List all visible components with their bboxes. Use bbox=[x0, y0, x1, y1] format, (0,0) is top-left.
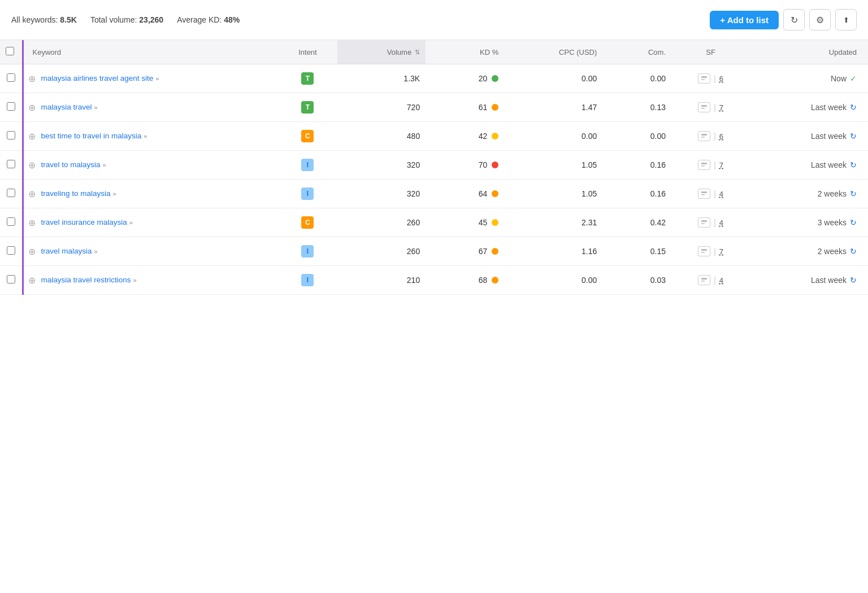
settings-button[interactable]: ⚙ bbox=[809, 9, 831, 30]
intent-badge: T bbox=[301, 101, 314, 114]
cpc-cell: 2.31 bbox=[504, 208, 602, 237]
keyword-link[interactable]: traveling to malaysia bbox=[41, 189, 111, 198]
kd-cell: 70 bbox=[426, 151, 504, 180]
volume-value: 260 bbox=[407, 218, 420, 227]
add-keyword-icon[interactable]: ⊕ bbox=[28, 73, 36, 84]
add-keyword-icon[interactable]: ⊕ bbox=[28, 102, 36, 113]
updated-refresh-icon[interactable]: ↻ bbox=[850, 276, 857, 285]
all-keywords-stat: All keywords: 8.5K bbox=[11, 15, 77, 24]
intent-cell: I bbox=[278, 180, 337, 208]
svg-rect-13 bbox=[701, 252, 705, 253]
svg-rect-4 bbox=[701, 134, 707, 136]
sf-icon bbox=[698, 217, 710, 228]
row-checkbox[interactable] bbox=[7, 102, 15, 111]
updated-refresh-icon[interactable]: ↻ bbox=[850, 103, 857, 112]
com-value: 0.03 bbox=[650, 276, 666, 285]
com-value: 0.16 bbox=[650, 189, 666, 198]
cpc-value: 1.16 bbox=[581, 247, 597, 256]
svg-rect-15 bbox=[701, 281, 705, 282]
updated-cell: Last week ↻ bbox=[750, 151, 868, 180]
add-keyword-icon[interactable]: ⊕ bbox=[28, 160, 36, 171]
add-keyword-icon[interactable]: ⊕ bbox=[28, 246, 36, 257]
sf-icon bbox=[698, 189, 710, 199]
volume-value: 320 bbox=[407, 160, 420, 169]
intent-badge: I bbox=[301, 188, 314, 200]
svg-rect-12 bbox=[701, 249, 707, 251]
updated-value: 2 weeks bbox=[818, 247, 847, 256]
volume-value: 210 bbox=[407, 276, 420, 285]
cpc-value: 0.00 bbox=[581, 132, 597, 141]
row-checkbox-cell bbox=[0, 266, 23, 295]
header-volume[interactable]: Volume ⇅ bbox=[337, 40, 426, 64]
add-keyword-icon[interactable]: ⊕ bbox=[28, 217, 36, 228]
refresh-button[interactable]: ↻ bbox=[783, 9, 805, 30]
intent-cell: C bbox=[278, 122, 337, 151]
export-button[interactable]: ⬆ bbox=[835, 9, 857, 30]
volume-cell: 720 bbox=[337, 93, 426, 122]
svg-rect-7 bbox=[701, 165, 705, 167]
add-to-list-button[interactable]: + Add to list bbox=[710, 11, 779, 29]
intent-badge: I bbox=[301, 274, 314, 286]
svg-rect-6 bbox=[701, 163, 707, 164]
keyword-link[interactable]: malaysia travel restrictions bbox=[41, 276, 131, 284]
com-value: 0.00 bbox=[650, 74, 666, 83]
row-checkbox[interactable] bbox=[7, 160, 15, 168]
com-cell: 0.15 bbox=[602, 237, 671, 266]
table-row: ⊕ malaysia travel » T720 61 1.470.13 | 7… bbox=[0, 93, 868, 122]
keyword-link[interactable]: malaysia travel bbox=[41, 103, 92, 111]
kd-dot bbox=[492, 133, 498, 139]
volume-cell: 320 bbox=[337, 151, 426, 180]
keyword-link[interactable]: travel insurance malaysia bbox=[41, 218, 127, 226]
cpc-cell: 1.47 bbox=[504, 93, 602, 122]
keyword-link[interactable]: best time to travel in malaysia bbox=[41, 132, 142, 140]
volume-value: 1.3K bbox=[403, 74, 420, 83]
volume-sort-icon: ⇅ bbox=[415, 49, 420, 56]
add-keyword-icon[interactable]: ⊕ bbox=[28, 189, 36, 199]
sf-value[interactable]: 4 bbox=[719, 190, 723, 198]
row-checkbox[interactable] bbox=[7, 73, 15, 82]
volume-cell: 320 bbox=[337, 180, 426, 208]
intent-badge: I bbox=[301, 159, 314, 171]
sf-value[interactable]: 6 bbox=[719, 75, 723, 83]
keyword-link[interactable]: travel to malaysia bbox=[41, 160, 101, 169]
sf-value[interactable]: 7 bbox=[719, 247, 723, 256]
add-keyword-icon[interactable]: ⊕ bbox=[28, 275, 36, 286]
row-checkbox[interactable] bbox=[7, 275, 15, 284]
table-row: ⊕ travel insurance malaysia » C260 45 2.… bbox=[0, 208, 868, 237]
select-all-checkbox[interactable] bbox=[6, 47, 14, 55]
kd-cell: 64 bbox=[426, 180, 504, 208]
sf-value[interactable]: 4 bbox=[719, 219, 723, 227]
row-checkbox[interactable] bbox=[7, 217, 15, 226]
row-checkbox[interactable] bbox=[7, 131, 15, 139]
intent-cell: T bbox=[278, 93, 337, 122]
keyword-link[interactable]: malaysia airlines travel agent site bbox=[41, 74, 154, 82]
updated-refresh-icon[interactable]: ↻ bbox=[850, 247, 857, 256]
kd-dot bbox=[492, 190, 498, 197]
updated-check-icon: ✓ bbox=[850, 74, 857, 83]
keyword-cell: ⊕ travel malaysia » bbox=[23, 237, 278, 266]
add-keyword-icon[interactable]: ⊕ bbox=[28, 131, 36, 142]
keyword-cell: ⊕ malaysia airlines travel agent site » bbox=[23, 64, 278, 93]
row-checkbox[interactable] bbox=[7, 246, 15, 255]
sf-value[interactable]: 6 bbox=[719, 132, 723, 141]
sf-cell: | 7 bbox=[671, 93, 750, 122]
sf-value[interactable]: 4 bbox=[719, 276, 723, 285]
updated-refresh-icon[interactable]: ↻ bbox=[850, 218, 857, 227]
row-checkbox[interactable] bbox=[7, 189, 15, 197]
header-checkbox-col bbox=[0, 40, 23, 64]
com-value: 0.15 bbox=[650, 247, 666, 256]
intent-cell: I bbox=[278, 266, 337, 295]
sf-value[interactable]: 7 bbox=[719, 161, 723, 169]
table-row: ⊕ malaysia travel restrictions » I210 68… bbox=[0, 266, 868, 295]
keyword-link[interactable]: travel malaysia bbox=[41, 247, 92, 255]
updated-refresh-icon[interactable]: ↻ bbox=[850, 189, 857, 198]
svg-rect-3 bbox=[701, 108, 705, 109]
sf-value[interactable]: 7 bbox=[719, 103, 723, 112]
svg-rect-0 bbox=[701, 76, 707, 78]
table-row: ⊕ traveling to malaysia » I320 64 1.050.… bbox=[0, 180, 868, 208]
intent-badge: T bbox=[301, 72, 314, 85]
sf-cell: | 7 bbox=[671, 151, 750, 180]
top-bar-actions: + Add to list ↻ ⚙ ⬆ bbox=[710, 9, 857, 30]
updated-refresh-icon[interactable]: ↻ bbox=[850, 132, 857, 141]
updated-refresh-icon[interactable]: ↻ bbox=[850, 160, 857, 169]
